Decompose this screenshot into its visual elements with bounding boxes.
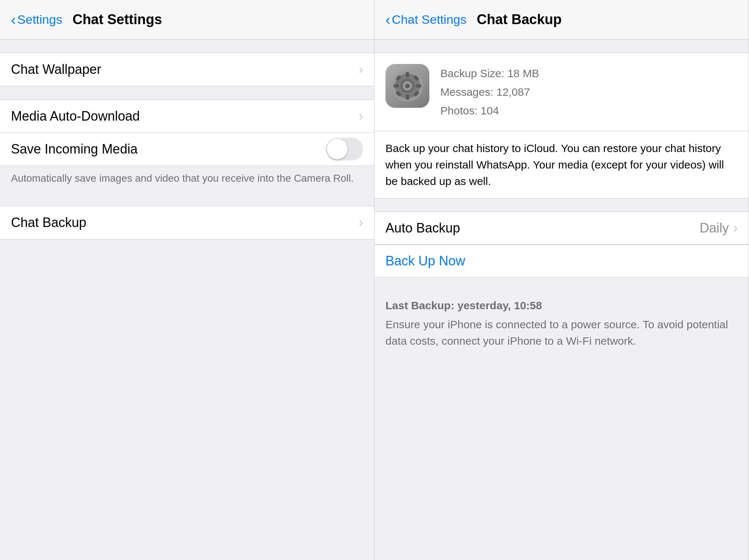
backup-icon — [385, 64, 429, 108]
back-up-now-label: Back Up Now — [385, 253, 465, 269]
svg-rect-4 — [394, 84, 399, 88]
last-backup-description: Ensure your iPhone is connected to a pow… — [385, 316, 738, 349]
backup-meta: Backup Size: 18 MB Messages: 12,087 Phot… — [440, 64, 539, 120]
chevron-right-icon: › — [359, 63, 363, 76]
backup-photos: Photos: 104 — [440, 101, 539, 120]
chat-backup-label: Chat Backup — [11, 215, 359, 230]
chat-backup-row[interactable]: Chat Backup › — [0, 206, 374, 239]
media-auto-download-label: Media Auto-Download — [11, 109, 359, 124]
back-chevron-icon: ‹ — [11, 12, 16, 27]
toggle-knob — [327, 139, 347, 159]
wallpaper-group: Chat Wallpaper › — [0, 53, 374, 86]
chat-backup-group: Chat Backup › — [0, 206, 374, 239]
media-group: Media Auto-Download › Save Incoming Medi… — [0, 99, 374, 166]
chat-settings-back-button[interactable]: ‹ Chat Settings — [385, 12, 466, 27]
gap-1 — [0, 86, 374, 99]
media-auto-download-row[interactable]: Media Auto-Download › — [0, 100, 374, 133]
chat-backup-panel: ‹ Chat Settings Chat Backup — [374, 0, 749, 560]
auto-backup-value: Daily — [700, 220, 729, 236]
chat-backup-navbar: ‹ Chat Settings Chat Backup — [374, 0, 749, 39]
auto-backup-label: Auto Backup — [385, 220, 700, 236]
svg-rect-3 — [406, 94, 409, 99]
backup-description: Back up your chat history to iCloud. You… — [374, 131, 749, 198]
gear-icon — [391, 69, 424, 102]
chevron-right-icon-3: › — [359, 216, 363, 229]
svg-rect-2 — [406, 72, 409, 77]
backup-messages: Messages: 12,087 — [440, 83, 539, 101]
save-incoming-media-footer: Automatically save images and video that… — [0, 166, 374, 193]
back-label: Settings — [17, 12, 62, 27]
last-backup-title: Last Backup: yesterday, 10:58 — [385, 299, 738, 312]
back-up-now-row[interactable]: Back Up Now — [374, 245, 749, 277]
right-top-gap — [374, 39, 749, 53]
right-gap-2 — [374, 277, 749, 291]
backup-info-row: Backup Size: 18 MB Messages: 12,087 Phot… — [374, 53, 749, 131]
svg-point-12 — [405, 84, 410, 88]
chat-backup-title: Chat Backup — [477, 12, 561, 27]
chat-wallpaper-row[interactable]: Chat Wallpaper › — [0, 53, 374, 86]
top-gap — [0, 39, 374, 53]
chat-settings-panel: ‹ Settings Chat Settings Chat Wallpaper … — [0, 0, 374, 560]
gap-2 — [0, 193, 374, 206]
back-chevron-icon-2: ‹ — [385, 12, 390, 27]
backup-size: Backup Size: 18 MB — [440, 64, 539, 83]
last-backup-section: Last Backup: yesterday, 10:58 Ensure you… — [374, 291, 749, 358]
save-incoming-media-label: Save Incoming Media — [11, 141, 326, 157]
right-gap-1 — [374, 198, 749, 212]
save-incoming-media-toggle[interactable] — [326, 138, 363, 160]
chat-settings-back-label: Chat Settings — [392, 12, 466, 27]
chevron-right-icon-2: › — [359, 110, 363, 123]
auto-backup-row[interactable]: Auto Backup Daily › — [374, 212, 749, 245]
chat-settings-title: Chat Settings — [72, 12, 162, 27]
svg-rect-5 — [416, 84, 421, 88]
chevron-right-icon-4: › — [733, 222, 738, 235]
chat-wallpaper-label: Chat Wallpaper — [11, 62, 359, 77]
chat-settings-navbar: ‹ Settings Chat Settings — [0, 0, 374, 39]
settings-back-button[interactable]: ‹ Settings — [11, 12, 62, 27]
save-incoming-media-row: Save Incoming Media — [0, 133, 374, 166]
